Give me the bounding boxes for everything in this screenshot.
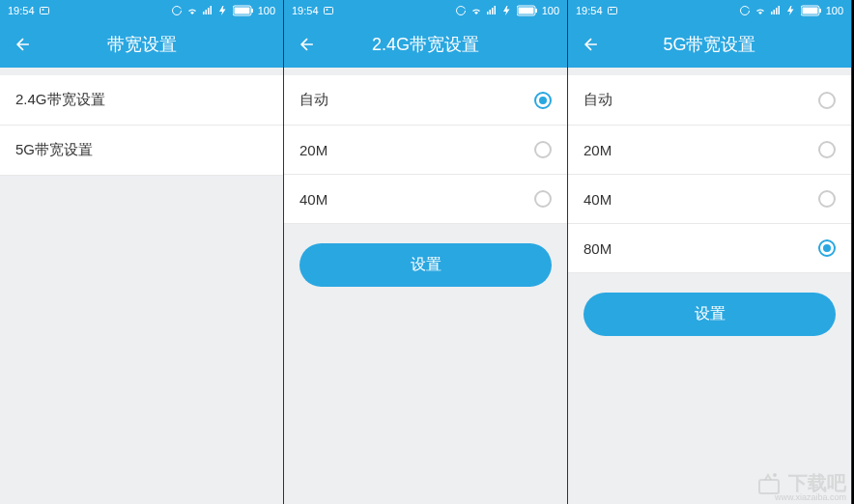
svg-rect-2 <box>203 12 205 14</box>
status-time: 19:54 <box>292 5 319 16</box>
status-bar: 19:54 100 <box>284 0 567 21</box>
svg-rect-4 <box>208 8 210 14</box>
content: 自动 20M 40M 80M 设置 <box>568 68 851 504</box>
back-button[interactable] <box>296 33 319 56</box>
radio-label: 20M <box>299 142 327 158</box>
svg-rect-12 <box>489 10 491 14</box>
svg-rect-22 <box>776 8 778 14</box>
radio-option-40m[interactable]: 40M <box>568 175 851 224</box>
svg-rect-11 <box>487 12 489 14</box>
battery-icon <box>517 5 538 16</box>
wifi-icon <box>754 5 766 16</box>
svg-rect-26 <box>819 9 821 13</box>
battery-icon <box>233 5 254 16</box>
back-button[interactable] <box>580 33 603 56</box>
status-time: 19:54 <box>576 5 603 16</box>
radio-option-auto[interactable]: 自动 <box>284 75 567 126</box>
radio-label: 20M <box>584 142 612 158</box>
radio-option-80m[interactable]: 80M <box>568 224 851 273</box>
back-arrow-icon <box>298 35 317 54</box>
page-title: 2.4G带宽设置 <box>284 33 567 56</box>
sync-icon <box>739 5 751 16</box>
nav-item-label: 5G带宽设置 <box>15 141 93 159</box>
screen-2: 19:54 100 2.4G带宽设置 自动 20M 40M 设 <box>284 0 568 504</box>
charging-icon <box>217 5 229 16</box>
nav-item-5g[interactable]: 5G带宽设置 <box>0 126 283 176</box>
svg-rect-21 <box>773 10 775 14</box>
back-arrow-icon <box>582 35 601 54</box>
svg-rect-25 <box>802 8 817 14</box>
set-button[interactable]: 设置 <box>584 293 836 336</box>
wifi-icon <box>186 5 198 16</box>
content: 自动 20M 40M 设置 <box>284 68 567 504</box>
status-bar: 19:54 100 <box>568 0 851 21</box>
screen-1: 19:54 100 带宽设置 2.4G带宽设置 5G带宽设置 <box>0 0 284 504</box>
svg-rect-13 <box>492 8 494 14</box>
svg-rect-3 <box>205 10 207 14</box>
radio-indicator <box>818 141 836 158</box>
set-button[interactable]: 设置 <box>299 243 552 287</box>
radio-indicator <box>534 92 552 109</box>
radio-indicator <box>818 239 836 257</box>
status-bar: 19:54 100 <box>0 0 283 21</box>
svg-rect-20 <box>771 12 773 14</box>
screen-3: 19:54 100 5G带宽设置 自动 20M 40M <box>568 0 852 504</box>
nav-item-label: 2.4G带宽设置 <box>15 91 105 109</box>
nav-item-24g[interactable]: 2.4G带宽设置 <box>0 75 283 126</box>
radio-option-20m[interactable]: 20M <box>284 126 567 175</box>
signal-icon <box>202 5 214 16</box>
svg-rect-14 <box>494 6 496 14</box>
signal-icon <box>486 5 498 16</box>
svg-rect-8 <box>251 9 253 13</box>
radio-label: 40M <box>299 191 327 208</box>
charging-icon <box>785 5 797 16</box>
page-title: 5G带宽设置 <box>568 33 851 56</box>
svg-rect-23 <box>778 6 780 14</box>
photo-icon <box>39 5 50 16</box>
sync-icon <box>171 5 183 16</box>
sync-icon <box>455 5 467 16</box>
content: 2.4G带宽设置 5G带宽设置 <box>0 68 283 504</box>
watermark-url: www.xiazaiba.com <box>775 492 846 502</box>
title-bar: 5G带宽设置 <box>568 21 851 68</box>
radio-label: 80M <box>584 240 612 257</box>
svg-rect-16 <box>518 8 533 14</box>
radio-label: 40M <box>584 191 612 208</box>
signal-icon <box>770 5 782 16</box>
radio-label: 自动 <box>584 91 612 109</box>
svg-rect-18 <box>608 8 616 14</box>
radio-indicator <box>818 92 836 109</box>
svg-rect-5 <box>210 6 212 14</box>
svg-rect-0 <box>40 8 48 14</box>
battery-icon <box>801 5 822 16</box>
radio-option-20m[interactable]: 20M <box>568 126 851 175</box>
back-button[interactable] <box>12 33 35 56</box>
svg-point-19 <box>610 9 612 11</box>
radio-option-auto[interactable]: 自动 <box>568 75 851 126</box>
svg-point-1 <box>42 9 43 11</box>
svg-rect-9 <box>324 8 332 14</box>
page-title: 带宽设置 <box>0 33 283 56</box>
battery-level: 100 <box>258 5 275 16</box>
radio-indicator <box>818 190 836 208</box>
svg-point-10 <box>326 9 327 11</box>
title-bar: 带宽设置 <box>0 21 283 68</box>
wifi-icon <box>470 5 482 16</box>
radio-label: 自动 <box>299 91 328 109</box>
radio-indicator <box>534 141 552 158</box>
radio-option-40m[interactable]: 40M <box>284 175 567 224</box>
photo-icon <box>323 5 334 16</box>
charging-icon <box>501 5 513 16</box>
svg-rect-7 <box>234 8 249 14</box>
status-time: 19:54 <box>8 5 35 16</box>
back-arrow-icon <box>14 35 33 54</box>
svg-rect-17 <box>535 9 537 13</box>
battery-level: 100 <box>826 5 843 16</box>
battery-level: 100 <box>542 5 559 16</box>
photo-icon <box>607 5 618 16</box>
title-bar: 2.4G带宽设置 <box>284 21 567 68</box>
radio-indicator <box>534 190 552 208</box>
